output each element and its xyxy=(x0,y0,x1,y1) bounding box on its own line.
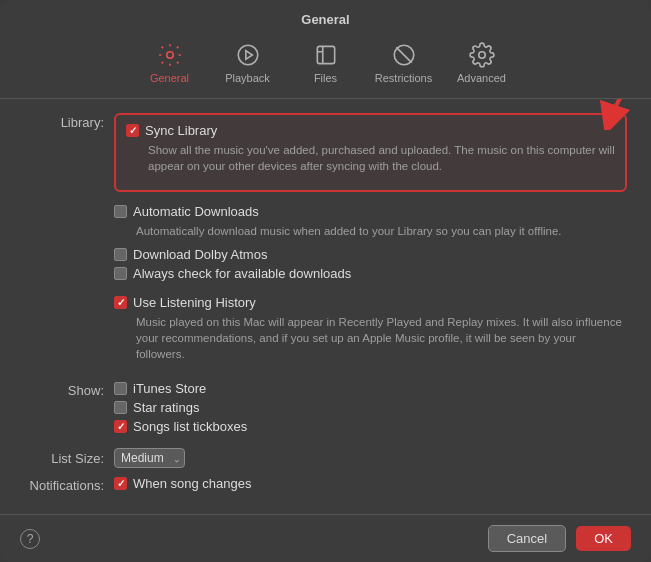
star-row: Star ratings xyxy=(114,400,627,415)
sync-library-row: Sync Library xyxy=(126,123,615,138)
sync-library-desc: Show all the music you've added, purchas… xyxy=(148,142,615,174)
files-icon xyxy=(312,41,340,69)
tab-restrictions-label: Restrictions xyxy=(375,72,432,84)
sync-library-label: Sync Library xyxy=(145,123,217,138)
restrictions-icon xyxy=(390,41,418,69)
dolby-label: Download Dolby Atmos xyxy=(133,247,267,262)
footer: ? Cancel OK xyxy=(0,514,651,562)
library-section: Library: Sync Library Show all the music… xyxy=(24,113,627,285)
list-size-section: List Size: Small Medium Large xyxy=(24,448,627,468)
svg-marker-2 xyxy=(245,51,252,60)
always-check-checkbox[interactable] xyxy=(114,267,127,280)
svg-line-5 xyxy=(396,47,411,62)
sync-library-box: Sync Library Show all the music you've a… xyxy=(114,113,627,192)
tab-playback-label: Playback xyxy=(225,72,270,84)
window: General General Playback xyxy=(0,0,651,562)
tab-general[interactable]: General xyxy=(135,37,205,88)
library-content: Sync Library Show all the music you've a… xyxy=(114,113,627,285)
history-desc: Music played on this Mac will appear in … xyxy=(136,314,627,362)
song-changes-label: When song changes xyxy=(133,476,252,491)
svg-point-0 xyxy=(166,52,173,59)
song-changes-row: When song changes xyxy=(114,476,627,491)
history-checkbox[interactable] xyxy=(114,296,127,309)
tab-playback[interactable]: Playback xyxy=(213,37,283,88)
help-button[interactable]: ? xyxy=(20,529,40,549)
general-icon xyxy=(156,41,184,69)
tab-general-label: General xyxy=(150,72,189,84)
always-check-label: Always check for available downloads xyxy=(133,266,351,281)
notifications-label: Notifications: xyxy=(24,476,114,493)
list-size-select[interactable]: Small Medium Large xyxy=(114,448,185,468)
tab-files[interactable]: Files xyxy=(291,37,361,88)
auto-downloads-label: Automatic Downloads xyxy=(133,204,259,219)
ok-button[interactable]: OK xyxy=(576,526,631,551)
advanced-icon xyxy=(468,41,496,69)
tab-advanced-label: Advanced xyxy=(457,72,506,84)
dolby-row: Download Dolby Atmos xyxy=(114,247,627,262)
auto-downloads-checkbox[interactable] xyxy=(114,205,127,218)
settings-content: Library: Sync Library Show all the music… xyxy=(0,99,651,514)
history-row: Use Listening History xyxy=(114,295,627,310)
history-section: Use Listening History Music played on th… xyxy=(24,295,627,370)
tab-advanced[interactable]: Advanced xyxy=(447,37,517,88)
tab-restrictions[interactable]: Restrictions xyxy=(369,37,439,88)
itunes-label: iTunes Store xyxy=(133,381,206,396)
playback-icon xyxy=(234,41,262,69)
itunes-checkbox[interactable] xyxy=(114,382,127,395)
svg-point-6 xyxy=(478,52,485,59)
itunes-row: iTunes Store xyxy=(114,381,627,396)
songs-row: Songs list tickboxes xyxy=(114,419,627,434)
songs-label: Songs list tickboxes xyxy=(133,419,247,434)
show-label: Show: xyxy=(24,381,114,398)
list-size-label: List Size: xyxy=(24,449,114,466)
svg-point-1 xyxy=(238,45,258,65)
show-section: Show: iTunes Store Star ratings Songs li… xyxy=(24,381,627,438)
star-label: Star ratings xyxy=(133,400,199,415)
songs-checkbox[interactable] xyxy=(114,420,127,433)
svg-rect-3 xyxy=(317,46,334,63)
list-size-select-wrapper: Small Medium Large xyxy=(114,448,185,468)
cancel-button[interactable]: Cancel xyxy=(488,525,566,552)
dolby-checkbox[interactable] xyxy=(114,248,127,261)
sync-library-checkbox[interactable] xyxy=(126,124,139,137)
star-checkbox[interactable] xyxy=(114,401,127,414)
history-label: Use Listening History xyxy=(133,295,256,310)
auto-downloads-desc: Automatically download music when added … xyxy=(136,223,627,239)
tab-files-label: Files xyxy=(314,72,337,84)
library-label: Library: xyxy=(24,113,114,130)
song-changes-checkbox[interactable] xyxy=(114,477,127,490)
always-check-row: Always check for available downloads xyxy=(114,266,627,281)
toolbar: General Playback Files xyxy=(0,33,651,99)
window-title: General xyxy=(0,0,651,33)
auto-downloads-row: Automatic Downloads xyxy=(114,204,627,219)
notifications-section: Notifications: When song changes xyxy=(24,476,627,495)
